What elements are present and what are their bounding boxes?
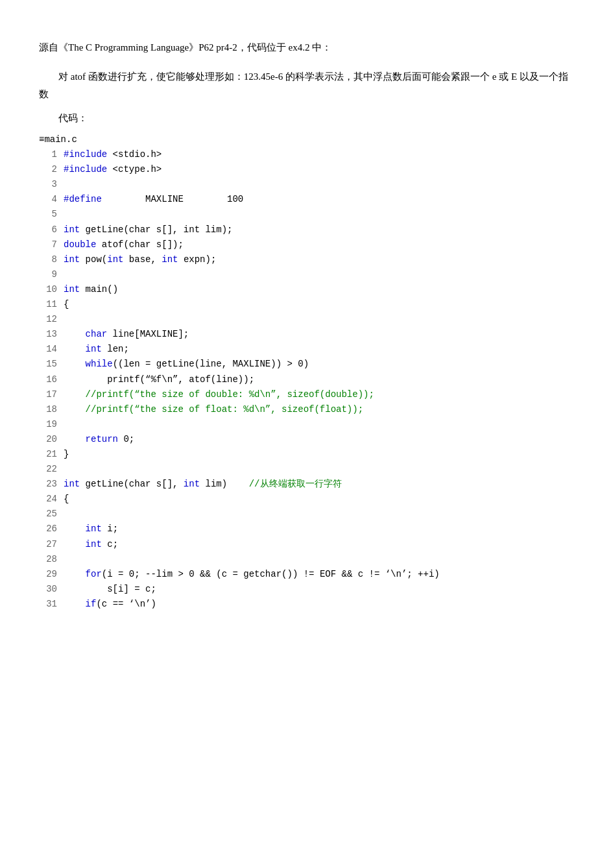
code-line-3: 3 bbox=[39, 177, 574, 192]
line-content-21: } bbox=[64, 447, 574, 462]
code-line-22: 22 bbox=[39, 462, 574, 477]
line-num-14: 14 bbox=[39, 342, 57, 357]
line-num-25: 25 bbox=[39, 507, 57, 522]
line-content-30: s[i] = c; bbox=[64, 582, 574, 597]
code-line-11: 11 { bbox=[39, 297, 574, 312]
line-content-12 bbox=[64, 312, 574, 327]
line-num-13: 13 bbox=[39, 327, 57, 342]
code-line-15: 15 while((len = getLine(line, MAXLINE)) … bbox=[39, 357, 574, 372]
code-line-14: 14 int len; bbox=[39, 342, 574, 357]
line-content-20: return 0; bbox=[64, 432, 574, 447]
line-content-17: //printf(“the size of double: %d\n”, siz… bbox=[64, 387, 574, 402]
line-num-21: 21 bbox=[39, 447, 57, 462]
line-content-16: printf(“%f\n”, atof(line)); bbox=[64, 372, 574, 387]
line-content-24: { bbox=[64, 492, 574, 507]
line-content-4: #define MAXLINE 100 bbox=[64, 192, 574, 207]
description-text: 对 atof 函数进行扩充，使它能够处理形如：123.45e-6 的科学表示法，… bbox=[39, 68, 574, 103]
code-line-25: 25 bbox=[39, 507, 574, 522]
code-line-20: 20 return 0; bbox=[39, 432, 574, 447]
line-content-11: { bbox=[64, 297, 574, 312]
line-content-31: if(c == ‘\n’) bbox=[64, 597, 574, 612]
line-num-31: 31 bbox=[39, 597, 57, 612]
code-line-8: 8 int pow(int base, int expn); bbox=[39, 252, 574, 267]
line-content-3 bbox=[64, 177, 574, 192]
line-content-1: #include <stdio.h> bbox=[64, 147, 574, 162]
line-num-17: 17 bbox=[39, 387, 57, 402]
line-num-3: 3 bbox=[39, 177, 57, 192]
line-content-29: for(i = 0; --lim > 0 && (c = getchar()) … bbox=[64, 567, 574, 582]
code-line-19: 19 bbox=[39, 417, 574, 432]
line-num-29: 29 bbox=[39, 567, 57, 582]
line-content-26: int i; bbox=[64, 522, 574, 536]
line-num-7: 7 bbox=[39, 237, 57, 252]
line-content-18: //printf(“the size of float: %d\n”, size… bbox=[64, 402, 574, 417]
code-line-26: 26 int i; bbox=[39, 522, 574, 536]
code-line-9: 9 bbox=[39, 267, 574, 282]
line-content-19 bbox=[64, 417, 574, 432]
code-line-21: 21 } bbox=[39, 447, 574, 462]
code-line-1: 1 #include <stdio.h> bbox=[39, 147, 574, 162]
line-num-2: 2 bbox=[39, 162, 57, 177]
line-content-25 bbox=[64, 507, 574, 522]
code-line-12: 12 bbox=[39, 312, 574, 327]
line-content-10: int main() bbox=[64, 282, 574, 297]
line-content-2: #include <ctype.h> bbox=[64, 162, 574, 177]
line-num-24: 24 bbox=[39, 492, 57, 507]
code-line-30: 30 s[i] = c; bbox=[39, 582, 574, 597]
line-num-18: 18 bbox=[39, 402, 57, 417]
line-num-8: 8 bbox=[39, 252, 57, 267]
line-num-23: 23 bbox=[39, 477, 57, 492]
line-content-5 bbox=[64, 207, 574, 222]
code-line-2: 2 #include <ctype.h> bbox=[39, 162, 574, 177]
line-content-14: int len; bbox=[64, 342, 574, 357]
code-line-13: 13 char line[MAXLINE]; bbox=[39, 327, 574, 342]
line-num-19: 19 bbox=[39, 417, 57, 432]
line-content-27: int c; bbox=[64, 537, 574, 552]
line-content-23: int getLine(char s[], int lim) //从终端获取一行… bbox=[64, 477, 574, 492]
code-line-10: 10 int main() bbox=[39, 282, 574, 297]
code-line-7: 7 double atof(char s[]); bbox=[39, 237, 574, 252]
line-num-16: 16 bbox=[39, 372, 57, 387]
code-line-27: 27 int c; bbox=[39, 537, 574, 552]
code-line-23: 23 int getLine(char s[], int lim) //从终端获… bbox=[39, 477, 574, 492]
code-block: ≡main.c 1 #include <stdio.h> 2 #include … bbox=[39, 132, 574, 612]
code-line-31: 31 if(c == ‘\n’) bbox=[39, 597, 574, 612]
code-line-18: 18 //printf(“the size of float: %d\n”, s… bbox=[39, 402, 574, 417]
line-num-26: 26 bbox=[39, 522, 57, 536]
line-num-10: 10 bbox=[39, 282, 57, 297]
source-line: 源自《The C Programming Language》P62 pr4-2，… bbox=[39, 39, 574, 56]
file-header: ≡main.c bbox=[39, 132, 574, 147]
code-line-24: 24 { bbox=[39, 492, 574, 507]
line-content-28 bbox=[64, 552, 574, 567]
line-num-30: 30 bbox=[39, 582, 57, 597]
code-line-6: 6 int getLine(char s[], int lim); bbox=[39, 223, 574, 237]
code-line-17: 17 //printf(“the size of double: %d\n”, … bbox=[39, 387, 574, 402]
line-num-5: 5 bbox=[39, 207, 57, 222]
line-content-6: int getLine(char s[], int lim); bbox=[64, 223, 574, 237]
line-num-9: 9 bbox=[39, 267, 57, 282]
line-num-20: 20 bbox=[39, 432, 57, 447]
line-num-22: 22 bbox=[39, 462, 57, 477]
line-num-15: 15 bbox=[39, 357, 57, 372]
code-label: 代码： bbox=[39, 110, 574, 127]
code-line-16: 16 printf(“%f\n”, atof(line)); bbox=[39, 372, 574, 387]
line-content-13: char line[MAXLINE]; bbox=[64, 327, 574, 342]
line-num-11: 11 bbox=[39, 297, 57, 312]
line-num-4: 4 bbox=[39, 192, 57, 207]
line-content-8: int pow(int base, int expn); bbox=[64, 252, 574, 267]
line-content-15: while((len = getLine(line, MAXLINE)) > 0… bbox=[64, 357, 574, 372]
code-line-28: 28 bbox=[39, 552, 574, 567]
line-content-22 bbox=[64, 462, 574, 477]
code-line-4: 4 #define MAXLINE 100 bbox=[39, 192, 574, 207]
line-num-27: 27 bbox=[39, 537, 57, 552]
line-num-12: 12 bbox=[39, 312, 57, 327]
line-num-6: 6 bbox=[39, 223, 57, 237]
line-num-1: 1 bbox=[39, 147, 57, 162]
line-num-28: 28 bbox=[39, 552, 57, 567]
line-content-7: double atof(char s[]); bbox=[64, 237, 574, 252]
code-line-29: 29 for(i = 0; --lim > 0 && (c = getchar(… bbox=[39, 567, 574, 582]
code-line-5: 5 bbox=[39, 207, 574, 222]
line-content-9 bbox=[64, 267, 574, 282]
